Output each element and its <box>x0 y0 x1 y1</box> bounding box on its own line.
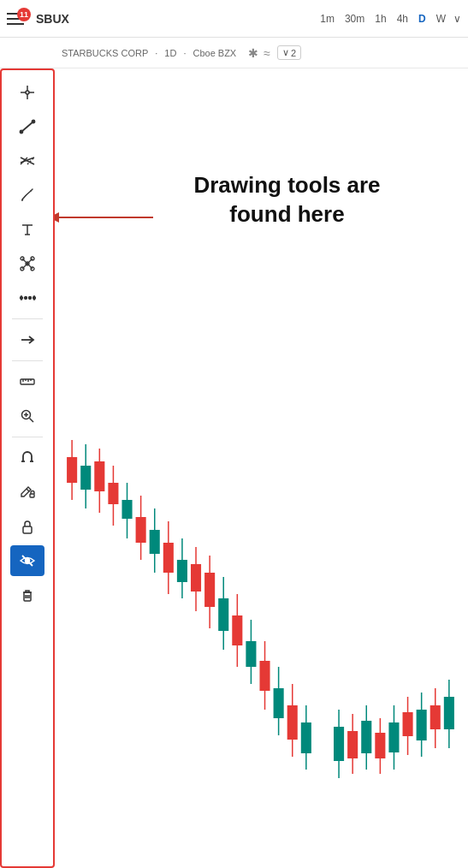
candlestick-chart <box>55 414 468 868</box>
lock-tool[interactable] <box>10 511 44 542</box>
trash-tool[interactable] <box>10 580 44 610</box>
svg-rect-121 <box>388 722 399 752</box>
main-layout: Drawing tools arefound here <box>0 68 468 868</box>
notification-badge: 11 <box>17 8 31 21</box>
svg-line-21 <box>27 259 33 264</box>
svg-rect-94 <box>246 641 256 667</box>
lock-edit-tool[interactable] <box>10 477 44 508</box>
timeframe-D[interactable]: D <box>416 11 429 27</box>
menu-button[interactable]: 11 <box>7 13 24 25</box>
svg-rect-67 <box>121 500 132 519</box>
svg-rect-43 <box>30 494 34 497</box>
svg-point-7 <box>33 121 35 123</box>
svg-rect-115 <box>361 721 371 753</box>
svg-rect-55 <box>67 457 77 483</box>
svg-line-37 <box>30 419 34 423</box>
left-toolbar <box>0 68 55 868</box>
svg-rect-85 <box>204 573 215 607</box>
svg-line-20 <box>22 259 27 264</box>
text-tool[interactable] <box>10 214 44 245</box>
ruler-tool[interactable] <box>10 366 44 397</box>
timeframe-dropdown[interactable]: ∨ <box>453 13 461 25</box>
separator1: · <box>155 48 157 58</box>
dropdown-number: 2 <box>291 48 296 58</box>
hide-drawings-tool[interactable] <box>10 545 44 576</box>
svg-rect-124 <box>403 712 413 736</box>
zoom-tool[interactable] <box>10 401 44 431</box>
timeframe-1m[interactable]: 1m <box>317 11 337 27</box>
top-bar: 11 SBUX 1m 30m 1h 4h D W ∨ <box>0 0 468 38</box>
svg-rect-91 <box>232 615 242 645</box>
node-graph-tool[interactable] <box>10 248 44 279</box>
timeframe-1h[interactable]: 1h <box>372 11 388 27</box>
svg-rect-73 <box>150 530 160 554</box>
timeframe-W[interactable]: W <box>434 11 448 27</box>
svg-rect-112 <box>347 731 358 758</box>
svg-rect-106 <box>301 722 311 753</box>
svg-line-42 <box>27 489 29 491</box>
dropdown-arrow: ∨ <box>282 47 289 58</box>
interval-label: 1D <box>164 48 176 58</box>
svg-rect-61 <box>94 461 104 491</box>
approx-icon[interactable]: ≈ <box>264 46 270 60</box>
subtitle-icons: ✱ ≈ <box>248 46 270 60</box>
svg-rect-79 <box>177 560 187 582</box>
annotation-text: Drawing tools arefound here <box>123 171 451 229</box>
toolbar-divider-1 <box>12 318 43 319</box>
svg-line-23 <box>27 264 33 269</box>
trend-channel-tool[interactable] <box>10 146 44 176</box>
timeframe-30m[interactable]: 30m <box>342 11 367 27</box>
measure-tool[interactable] <box>10 282 44 313</box>
svg-rect-82 <box>191 564 201 592</box>
chart-area[interactable]: Drawing tools arefound here <box>55 68 468 868</box>
svg-rect-88 <box>218 598 228 631</box>
exchange-label: Cboe BZX <box>193 48 236 58</box>
toolbar-divider-2 <box>12 360 43 361</box>
svg-rect-127 <box>417 710 427 740</box>
svg-rect-103 <box>287 705 298 740</box>
timeframe-group: 1m 30m 1h 4h D W ∨ <box>317 11 461 27</box>
svg-rect-76 <box>163 543 174 573</box>
toolbar-divider-3 <box>12 437 43 437</box>
svg-point-25 <box>25 297 27 300</box>
company-name: STARBUCKS CORP <box>62 48 148 58</box>
line-tool[interactable] <box>10 111 44 142</box>
star-icon[interactable]: ✱ <box>248 46 258 60</box>
svg-line-5 <box>21 122 33 132</box>
ticker-label: SBUX <box>36 12 69 26</box>
svg-rect-100 <box>274 688 284 718</box>
svg-point-26 <box>29 297 32 300</box>
svg-rect-58 <box>80 466 91 490</box>
svg-rect-64 <box>108 483 118 504</box>
subtitle-bar: STARBUCKS CORP · 1D · Cboe BZX ✱ ≈ ∨ 2 <box>0 38 468 68</box>
separator2: · <box>183 48 186 58</box>
svg-rect-133 <box>444 697 454 729</box>
crosshair-tool[interactable] <box>10 77 44 108</box>
svg-rect-70 <box>136 517 146 543</box>
svg-point-4 <box>26 91 29 94</box>
svg-rect-130 <box>430 705 441 729</box>
arrow-tool[interactable] <box>10 324 44 355</box>
svg-line-22 <box>22 264 27 269</box>
svg-rect-44 <box>23 526 32 533</box>
magnet-tool[interactable] <box>10 443 44 473</box>
brush-tool[interactable] <box>10 180 44 211</box>
indicator-dropdown[interactable]: ∨ 2 <box>277 45 301 60</box>
annotation-arrow <box>55 207 157 228</box>
svg-rect-109 <box>334 727 344 761</box>
timeframe-4h[interactable]: 4h <box>394 11 411 27</box>
svg-rect-118 <box>375 733 385 758</box>
svg-point-6 <box>21 131 23 134</box>
svg-rect-97 <box>259 661 270 691</box>
